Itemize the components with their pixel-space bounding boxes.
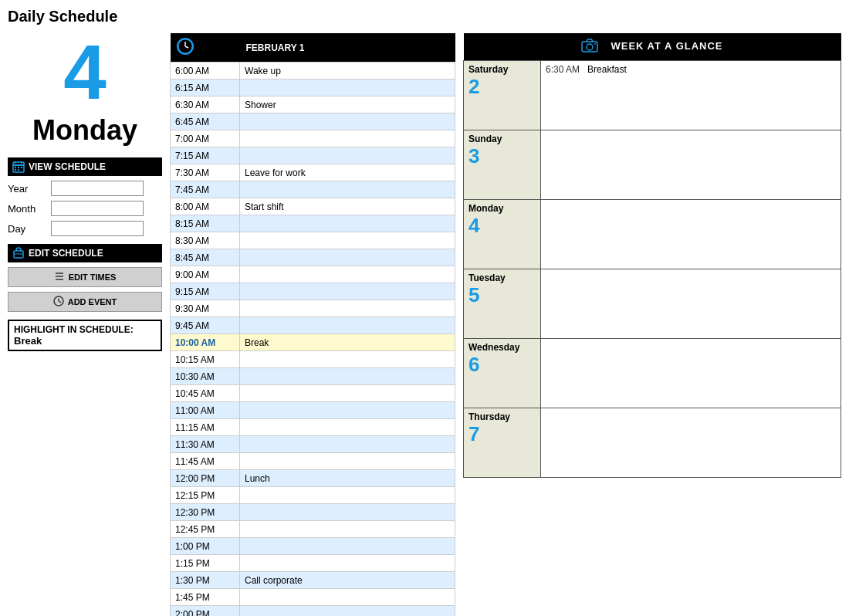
schedule-time: 10:30 AM [171, 368, 240, 385]
table-row: 2:00 PM [171, 606, 455, 617]
schedule-time: 8:15 AM [171, 215, 240, 232]
svg-point-23 [594, 43, 596, 45]
week-day-cell: Thursday7 [464, 408, 541, 478]
edit-times-button[interactable]: EDIT TIMES [8, 267, 162, 287]
week-header: WEEK AT A GLANCE [464, 33, 841, 61]
day-number: 4 [8, 33, 162, 110]
day-input[interactable] [51, 221, 144, 236]
add-event-label: ADD EVENT [68, 297, 117, 306]
highlight-title: HIGHLIGHT IN SCHEDULE: [14, 324, 156, 335]
table-row: 12:15 PM [171, 487, 455, 504]
schedule-event [240, 436, 455, 453]
table-row: 10:15 AM [171, 351, 455, 368]
week-event-cell [541, 200, 841, 269]
schedule-event [240, 504, 455, 521]
month-field-group: Month [8, 201, 162, 216]
week-row: Thursday7 [464, 408, 841, 478]
schedule-time: 10:45 AM [171, 385, 240, 402]
table-row: 1:00 PM [171, 538, 455, 555]
week-event: 6:30 AMBreakfast [546, 64, 836, 75]
schedule-event [240, 80, 455, 96]
table-row: 10:00 AMBreak [171, 334, 455, 351]
month-input[interactable] [51, 201, 144, 216]
week-table: WEEK AT A GLANCE Saturday26:30 AMBreakfa… [463, 33, 841, 478]
schedule-event [240, 351, 455, 368]
table-row: 12:00 PMLunch [171, 470, 455, 487]
schedule-event: Wake up [240, 63, 455, 80]
table-row: 9:30 AM [171, 300, 455, 317]
edit-times-label: EDIT TIMES [69, 272, 117, 282]
schedule-event: Start shift [240, 198, 455, 215]
week-day-name: Monday [468, 203, 536, 214]
table-row: 11:15 AM [171, 419, 455, 436]
schedule-time: 12:30 PM [171, 504, 240, 521]
schedule-panel: FEBRUARY 1 6:00 AMWake up6:15 AM6:30 AMS… [170, 33, 455, 616]
svg-rect-5 [18, 167, 19, 168]
schedule-event: Shower [240, 96, 455, 113]
table-row: 8:00 AMStart shift [171, 198, 455, 215]
schedule-event: Break [240, 334, 455, 351]
week-day-name: Thursday [468, 411, 536, 422]
table-row: 8:45 AM [171, 249, 455, 266]
week-day-number: 7 [468, 422, 536, 446]
schedule-event [240, 453, 455, 470]
schedule-time: 1:45 PM [171, 589, 240, 606]
svg-rect-8 [18, 169, 19, 171]
svg-rect-7 [15, 169, 16, 171]
table-row: 1:45 PM [171, 589, 455, 606]
schedule-time: 6:45 AM [171, 113, 240, 130]
week-event-cell [541, 269, 841, 339]
week-day-cell: Wednesday6 [464, 339, 541, 408]
week-day-name: Wednesday [468, 342, 536, 353]
schedule-time: 11:30 AM [171, 436, 240, 453]
schedule-time: 7:45 AM [171, 181, 240, 198]
briefcase-icon [12, 247, 25, 259]
schedule-time: 9:00 AM [171, 266, 240, 283]
schedule-time: 11:15 AM [171, 419, 240, 436]
table-row: 12:30 PM [171, 504, 455, 521]
week-event-cell: 6:30 AMBreakfast [541, 61, 841, 130]
svg-rect-4 [15, 167, 16, 168]
table-row: 1:15 PM [171, 555, 455, 572]
week-day-number: 6 [468, 353, 536, 377]
page-title: Daily Schedule [8, 8, 841, 25]
schedule-month-header: FEBRUARY 1 [240, 33, 455, 63]
week-row: Monday4 [464, 200, 841, 269]
table-row: 8:15 AM [171, 215, 455, 232]
week-event-cell [541, 408, 841, 478]
schedule-event [240, 300, 455, 317]
schedule-time: 12:15 PM [171, 487, 240, 504]
table-row: 11:45 AM [171, 453, 455, 470]
year-input[interactable] [51, 181, 144, 196]
table-row: 9:45 AM [171, 317, 455, 334]
edit-section: EDIT SCHEDULE EDIT TIMES [8, 244, 162, 312]
week-row: Tuesday5 [464, 269, 841, 339]
table-row: 8:30 AM [171, 232, 455, 249]
schedule-time: 6:15 AM [171, 80, 240, 96]
schedule-time: 1:15 PM [171, 555, 240, 572]
schedule-time: 8:00 AM [171, 198, 240, 215]
week-day-number: 4 [468, 214, 536, 238]
week-event-cell [541, 339, 841, 408]
schedule-time: 6:00 AM [171, 63, 240, 80]
week-day-cell: Sunday3 [464, 130, 541, 200]
table-row: 6:00 AMWake up [171, 63, 455, 80]
schedule-event: Lunch [240, 470, 455, 487]
year-field-group: Year [8, 181, 162, 196]
week-event-text: Breakfast [587, 64, 627, 75]
add-event-button[interactable]: ADD EVENT [8, 292, 162, 312]
schedule-event [240, 368, 455, 385]
day-name: Monday [8, 114, 162, 147]
schedule-event [240, 419, 455, 436]
schedule-event [240, 130, 455, 147]
table-row: 9:00 AM [171, 266, 455, 283]
week-day-cell: Saturday2 [464, 61, 541, 130]
edit-schedule-header: EDIT SCHEDULE [8, 244, 162, 262]
schedule-time: 9:30 AM [171, 300, 240, 317]
year-label: Year [8, 183, 46, 195]
schedule-event: Call corporate [240, 572, 455, 589]
day-label: Day [8, 223, 46, 235]
week-day-name: Sunday [468, 134, 536, 144]
clock-add-icon [53, 296, 64, 308]
left-panel: 4 Monday VIEW SCHEDULE Year [8, 33, 162, 351]
